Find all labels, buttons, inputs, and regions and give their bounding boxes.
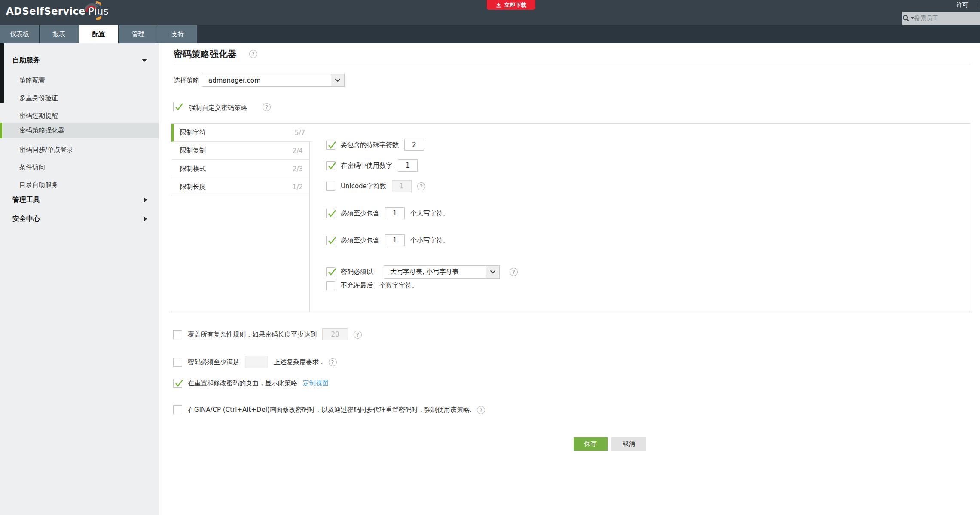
override-length-input[interactable] — [322, 328, 348, 340]
rule-tab-label: 限制字符 — [180, 129, 206, 137]
sidebar-item-password-policy-enforcer[interactable]: 密码策略强化器 — [0, 123, 159, 138]
min-complexity-checkbox[interactable] — [173, 358, 182, 367]
rule-row-special-chars: 要包含的特殊字符数 — [326, 139, 424, 151]
numerals-label: 在密码中使用数字 — [341, 162, 392, 170]
override-help-icon[interactable]: ? — [354, 331, 362, 339]
lowercase-checkbox[interactable] — [326, 236, 335, 245]
uppercase-count-input[interactable] — [385, 207, 405, 219]
uppercase-suffix-label: 个大写字符。 — [410, 209, 449, 218]
rule-row-numerals: 在密码中使用数字 — [326, 159, 418, 172]
gina-checkbox[interactable] — [173, 405, 182, 414]
min-complexity-rule-row: 密码必须至少满足 上述复杂度要求 . ? — [173, 356, 337, 368]
rule-row-uppercase: 必须至少包含 个大写字符。 — [326, 207, 449, 219]
tab-dashboard[interactable]: 仪表板 — [0, 25, 40, 43]
uppercase-checkbox[interactable] — [326, 209, 335, 218]
rule-tab-label: 限制模式 — [180, 165, 206, 173]
no-last-digit-label: 不允许最后一个数字字符。 — [341, 282, 418, 290]
min-complexity-input[interactable] — [245, 356, 268, 368]
sidebar-item-policy-config[interactable]: 策略配置 — [0, 74, 159, 87]
special-chars-label: 要包含的特殊字符数 — [341, 141, 399, 149]
rule-tab-label: 限制复制 — [180, 147, 206, 155]
numerals-checkbox[interactable] — [326, 161, 335, 170]
enforce-custom-policy-checkbox[interactable] — [173, 102, 174, 111]
app-logo-bold: ADSelfService — [6, 6, 85, 17]
special-chars-checkbox[interactable] — [326, 141, 335, 150]
sidebar-item-label: 条件访问 — [19, 163, 45, 172]
rule-tab-restrict-characters[interactable]: 限制字符 5/7 — [171, 124, 312, 142]
custom-policy-panel: 限制字符 5/7 限制复制 2/4 限制模式 2/3 限制长度 1/2 要包含的… — [171, 123, 970, 312]
numerals-count-input[interactable] — [398, 159, 418, 172]
tab-reports[interactable]: 报表 — [40, 25, 79, 43]
unicode-label: Unicode字符数 — [341, 182, 386, 190]
license-link[interactable]: 许可 — [956, 1, 968, 9]
search-scope-button[interactable] — [902, 12, 914, 25]
title-divider — [174, 65, 970, 65]
tab-support[interactable]: 支持 — [158, 25, 198, 43]
cancel-button[interactable]: 取消 — [611, 437, 646, 451]
unicode-checkbox[interactable] — [326, 182, 335, 191]
tab-configuration[interactable]: 配置 — [79, 25, 119, 43]
main-nav-tabs: 仪表板 报表 配置 管理 支持 — [0, 25, 980, 43]
policy-select-value: admanager.com — [202, 77, 331, 84]
gina-help-icon[interactable]: ? — [477, 406, 485, 414]
unicode-help-icon[interactable]: ? — [417, 182, 425, 190]
sidebar-section-admin-tools[interactable]: 管理工具 — [0, 193, 159, 206]
show-policy-rule-row: 在重置和修改密码的页面，显示此策略 定制视图 — [173, 379, 329, 388]
unicode-count-input[interactable] — [392, 180, 412, 192]
rule-tab-restrict-length[interactable]: 限制长度 1/2 — [171, 178, 310, 196]
rule-tab-count: 5/7 — [295, 129, 305, 137]
rule-category-list: 限制字符 5/7 限制复制 2/4 限制模式 2/3 限制长度 1/2 — [171, 124, 310, 312]
download-icon — [496, 2, 501, 8]
checkmark-icon — [327, 267, 337, 277]
sidebar-item-conditional-access[interactable]: 条件访问 — [0, 161, 159, 174]
rule-tab-restrict-repetition[interactable]: 限制复制 2/4 — [171, 142, 310, 160]
rule-tab-count: 2/4 — [293, 147, 303, 155]
employee-search-box — [902, 12, 980, 25]
license-divider — [977, 2, 977, 9]
enforce-policy-help-icon[interactable]: ? — [263, 103, 271, 111]
policy-select-label: 选择策略 — [174, 77, 199, 85]
sidebar-item-label: 策略配置 — [19, 77, 45, 85]
search-caret-icon — [911, 17, 914, 19]
checkmark-icon — [327, 161, 337, 171]
save-button[interactable]: 保存 — [574, 437, 608, 451]
must-start-help-icon[interactable]: ? — [510, 268, 518, 276]
min-complexity-help-icon[interactable]: ? — [329, 358, 337, 366]
sidebar-item-password-expiry[interactable]: 密码过期提醒 — [0, 109, 159, 122]
customize-view-link[interactable]: 定制视图 — [303, 379, 329, 387]
sidebar-section-security-center[interactable]: 安全中心 — [0, 212, 159, 225]
override-checkbox[interactable] — [173, 330, 182, 339]
top-bar: ADSelfServicePlus 立即下载 许可 — [0, 0, 980, 25]
sidebar-section-self-service[interactable]: 自助服务 — [0, 54, 159, 67]
tab-admin[interactable]: 管理 — [119, 25, 158, 43]
lowercase-suffix-label: 个小写字符。 — [410, 236, 449, 245]
rule-row-lowercase: 必须至少包含 个小写字符。 — [326, 234, 449, 246]
sidebar: 自助服务 策略配置 多重身份验证 密码过期提醒 密码策略强化器 密码同步/单点登… — [0, 43, 159, 515]
no-last-digit-checkbox[interactable] — [326, 281, 335, 290]
search-input[interactable] — [914, 12, 980, 25]
rule-tab-count: 1/2 — [293, 183, 303, 191]
brand-swirl-icon — [82, 0, 101, 21]
chevron-right-icon — [144, 197, 147, 202]
sidebar-item-mfa[interactable]: 多重身份验证 — [0, 92, 159, 104]
must-start-checkbox[interactable] — [326, 267, 335, 276]
download-now-button[interactable]: 立即下载 — [487, 0, 535, 10]
page-title-help-icon[interactable]: ? — [249, 50, 257, 58]
download-now-label: 立即下载 — [504, 1, 527, 9]
lowercase-count-input[interactable] — [385, 234, 405, 246]
must-start-dropdown[interactable]: 大写字母表, 小写字母表 — [384, 265, 500, 279]
special-chars-count-input[interactable] — [404, 139, 424, 151]
sidebar-item-label: 多重身份验证 — [19, 94, 58, 102]
dropdown-button[interactable] — [486, 266, 499, 278]
dropdown-button[interactable] — [331, 74, 344, 86]
left-edge-strip — [0, 43, 4, 103]
show-policy-label: 在重置和修改密码的页面，显示此策略 — [188, 379, 297, 387]
must-start-value: 大写字母表, 小写字母表 — [384, 268, 486, 276]
sidebar-item-label: 密码过期提醒 — [19, 112, 58, 120]
show-policy-checkbox[interactable] — [173, 379, 182, 388]
rule-tab-restrict-patterns[interactable]: 限制模式 2/3 — [171, 160, 310, 178]
sidebar-item-password-sync-sso[interactable]: 密码同步/单点登录 — [0, 143, 159, 156]
policy-select-dropdown[interactable]: admanager.com — [202, 74, 345, 87]
min-complexity-suffix-label: 上述复杂度要求 . — [274, 358, 323, 366]
sidebar-item-directory-self-service[interactable]: 目录自助服务 — [0, 178, 159, 191]
